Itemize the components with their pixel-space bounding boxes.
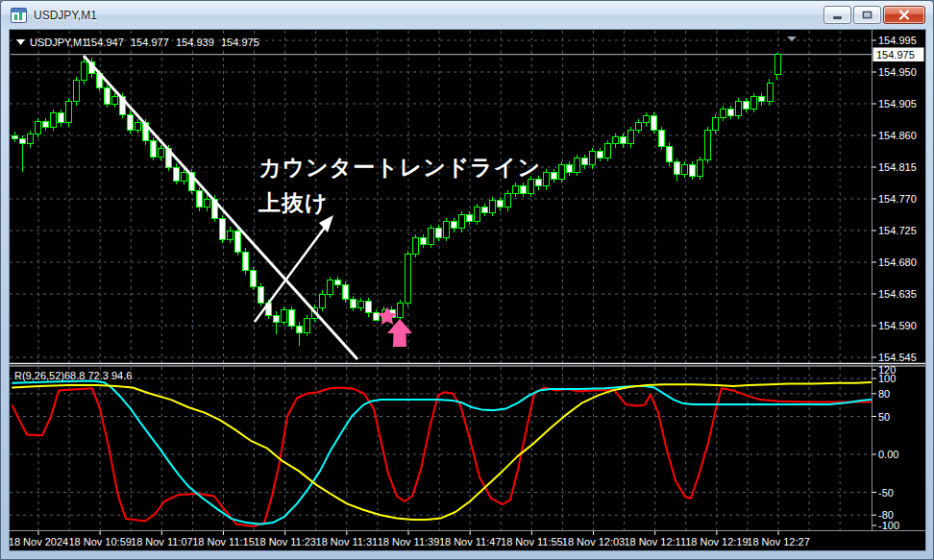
svg-text:154.545: 154.545 bbox=[878, 352, 917, 363]
svg-text:-100: -100 bbox=[878, 520, 899, 531]
svg-text:18 Nov 11:55: 18 Nov 11:55 bbox=[501, 536, 563, 548]
minimize-button[interactable] bbox=[823, 6, 851, 24]
svg-text:18 Nov 12:03: 18 Nov 12:03 bbox=[562, 536, 625, 548]
window-frame: USDJPY,M1 bbox=[0, 0, 934, 560]
close-icon bbox=[898, 10, 910, 20]
chart-canvas[interactable]: カウンタートレンドライン 上抜け USDJPY,M1154.947154.977… bbox=[10, 30, 925, 550]
title-bar[interactable]: USDJPY,M1 bbox=[1, 1, 933, 30]
window-controls bbox=[823, 6, 925, 24]
svg-text:154.635: 154.635 bbox=[878, 288, 917, 300]
restore-icon bbox=[862, 10, 873, 20]
svg-text:18 Nov 12:27: 18 Nov 12:27 bbox=[747, 536, 809, 548]
svg-text:154.815: 154.815 bbox=[878, 161, 917, 173]
close-button[interactable] bbox=[883, 6, 925, 24]
indicator-header-text: R(9,26,52)68.8 72.3 94.6 bbox=[14, 370, 132, 381]
svg-text:154.590: 154.590 bbox=[878, 320, 917, 331]
chart-background bbox=[10, 30, 925, 550]
svg-text:18 Nov 11:07: 18 Nov 11:07 bbox=[131, 536, 193, 548]
ohlc-header-text: USDJPY,M1154.947154.977154.939154.975 bbox=[30, 37, 259, 48]
svg-text:18 Nov 2024: 18 Nov 2024 bbox=[10, 536, 68, 548]
restore-button[interactable] bbox=[853, 6, 881, 24]
svg-text:18 Nov 12:19: 18 Nov 12:19 bbox=[685, 536, 748, 548]
svg-text:-50: -50 bbox=[878, 487, 894, 499]
svg-text:154.905: 154.905 bbox=[878, 98, 917, 110]
svg-text:50: 50 bbox=[878, 411, 890, 423]
ohlc-header: USDJPY,M1154.947154.977154.939154.975 bbox=[16, 37, 259, 48]
svg-text:154.725: 154.725 bbox=[878, 225, 917, 236]
current-price-label: 154.975 bbox=[876, 49, 915, 61]
svg-text:18 Nov 11:47: 18 Nov 11:47 bbox=[439, 536, 502, 548]
svg-text:80: 80 bbox=[878, 388, 890, 400]
svg-text:18 Nov 11:15: 18 Nov 11:15 bbox=[192, 536, 255, 548]
mt4-chart-window: USDJPY,M1 bbox=[0, 0, 934, 560]
annotation-line1: カウンタートレンドライン bbox=[258, 155, 541, 180]
svg-text:18 Nov 11:23: 18 Nov 11:23 bbox=[254, 536, 316, 548]
minimize-icon bbox=[832, 11, 844, 20]
svg-text:18 Nov 11:39: 18 Nov 11:39 bbox=[378, 536, 440, 548]
chart-client-area: カウンタートレンドライン 上抜け USDJPY,M1154.947154.977… bbox=[10, 30, 925, 550]
svg-text:0.00: 0.00 bbox=[878, 449, 898, 460]
svg-text:154.680: 154.680 bbox=[878, 256, 917, 268]
svg-text:18 Nov 11:31: 18 Nov 11:31 bbox=[316, 536, 379, 548]
svg-text:100: 100 bbox=[878, 373, 896, 384]
svg-text:154.995: 154.995 bbox=[878, 35, 917, 46]
svg-text:154.860: 154.860 bbox=[878, 130, 917, 141]
window-title: USDJPY,M1 bbox=[34, 9, 97, 22]
svg-text:154.950: 154.950 bbox=[878, 66, 917, 78]
chart-window-icon bbox=[11, 8, 27, 23]
svg-text:18 Nov 10:59: 18 Nov 10:59 bbox=[68, 536, 131, 548]
svg-text:154.770: 154.770 bbox=[878, 193, 917, 205]
svg-text:18 Nov 12:11: 18 Nov 12:11 bbox=[624, 536, 686, 548]
annotation-line2: 上抜け bbox=[258, 190, 329, 215]
